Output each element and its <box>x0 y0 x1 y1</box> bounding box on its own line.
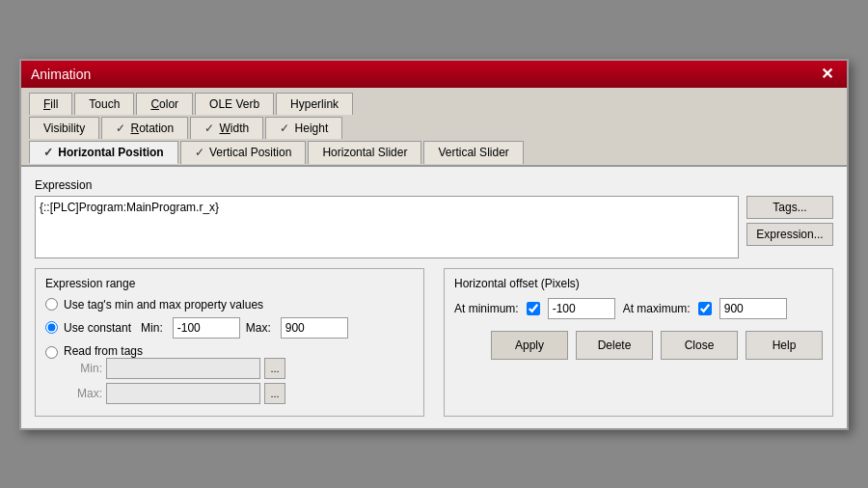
max-input-const[interactable]: 900 <box>281 317 348 339</box>
tags-min-input[interactable] <box>106 358 260 379</box>
animation-dialog: Animation ✕ Fill Touch Color OLE Verb Hy… <box>19 59 849 430</box>
horizontal-offset-box: Horizontal offset (Pixels) At minimum: A… <box>444 268 833 417</box>
tags-min-row: Min: ... <box>64 358 285 379</box>
radio-use-minmax[interactable] <box>45 298 58 311</box>
tags-min-label: Min: <box>64 362 102 375</box>
tab-ole-verb[interactable]: OLE Verb <box>195 93 274 115</box>
delete-button[interactable]: Delete <box>576 331 653 360</box>
expr-buttons: Tags... Expression... <box>746 196 833 258</box>
horizontal-offset-title: Horizontal offset (Pixels) <box>454 277 823 290</box>
tab-row-1: Fill Touch Color OLE Verb Hyperlink <box>29 92 839 114</box>
min-label-const: Min: <box>141 321 163 335</box>
expression-button[interactable]: Expression... <box>746 223 833 246</box>
read-from-tags-content: Read from tags Min: ... Max: ... <box>64 344 285 408</box>
content-area: Expression {::[PLC]Program:MainProgram.r… <box>21 167 847 428</box>
help-button[interactable]: Help <box>746 331 823 360</box>
tab-touch[interactable]: Touch <box>74 93 134 115</box>
bottom-buttons: Apply Delete Close Help <box>454 331 823 360</box>
tab-hyperlink[interactable]: Hyperlink <box>276 93 353 115</box>
use-constant-row: Use constant Min: -100 Max: 900 <box>45 317 414 339</box>
at-minimum-input[interactable] <box>548 298 615 319</box>
expression-textarea[interactable]: {::[PLC]Program:MainProgram.r_x} <box>35 196 739 258</box>
tab-row-3: ✓ Horizontal Position ✓ Vertical Positio… <box>29 140 839 163</box>
radio-read-from-tags[interactable] <box>45 346 58 359</box>
expression-row: {::[PLC]Program:MainProgram.r_x} Tags...… <box>35 196 833 258</box>
tab-visibility[interactable]: Visibility <box>29 117 99 139</box>
tags-max-ellipsis[interactable]: ... <box>264 383 285 404</box>
expression-label: Expression <box>35 178 833 192</box>
tags-max-input[interactable] <box>106 383 260 404</box>
tags-max-row: Max: ... <box>64 383 285 404</box>
tab-vertical-position[interactable]: ✓ Vertical Position <box>180 141 307 164</box>
tags-min-ellipsis[interactable]: ... <box>264 358 285 379</box>
radio-use-constant[interactable] <box>45 321 58 334</box>
tab-color[interactable]: Color <box>136 93 193 115</box>
tabs-area: Fill Touch Color OLE Verb Hyperlink Visi… <box>21 88 847 167</box>
apply-button[interactable]: Apply <box>491 331 568 360</box>
min-input-const[interactable]: -100 <box>173 317 240 339</box>
at-minimum-checkbox[interactable] <box>527 302 540 315</box>
radio-use-minmax-row: Use tag's min and max property values <box>45 298 414 312</box>
max-label-const: Max: <box>246 321 271 335</box>
title-bar: Animation ✕ <box>21 61 847 88</box>
read-from-tags-row: Read from tags Min: ... Max: ... <box>45 344 414 408</box>
read-from-tags-label: Read from tags <box>64 344 143 358</box>
expression-range-title: Expression range <box>45 277 414 290</box>
dialog-title: Animation <box>31 67 91 82</box>
at-maximum-label: At maximum: <box>623 302 691 315</box>
close-button[interactable]: Close <box>661 331 738 360</box>
tab-horizontal-slider[interactable]: Horizontal Slider <box>308 141 421 164</box>
at-maximum-checkbox[interactable] <box>698 302 712 315</box>
tab-rotation[interactable]: ✓ Rotation <box>101 117 188 139</box>
tab-horizontal-position[interactable]: ✓ Horizontal Position <box>29 141 178 164</box>
tags-max-label: Max: <box>64 387 102 400</box>
at-minimum-label: At minimum: <box>454 302 519 315</box>
at-maximum-input[interactable] <box>719 298 787 319</box>
lower-section: Expression range Use tag's min and max p… <box>35 268 833 417</box>
expression-section: Expression {::[PLC]Program:MainProgram.r… <box>35 178 833 258</box>
radio-use-minmax-label: Use tag's min and max property values <box>64 298 263 312</box>
tab-row-2: Visibility ✓ Rotation ✓ Width ✓ Height <box>29 116 839 138</box>
tab-height[interactable]: ✓ Height <box>265 117 342 139</box>
offset-min-row: At minimum: At maximum: <box>454 298 823 319</box>
tab-vertical-slider[interactable]: Vertical Slider <box>423 141 523 164</box>
close-x-button[interactable]: ✕ <box>817 67 837 82</box>
tags-button[interactable]: Tags... <box>746 196 833 219</box>
use-constant-label: Use constant <box>64 321 131 335</box>
expression-range-box: Expression range Use tag's min and max p… <box>35 268 424 417</box>
tab-fill[interactable]: Fill <box>29 93 72 115</box>
tab-width[interactable]: ✓ Width <box>190 117 263 139</box>
